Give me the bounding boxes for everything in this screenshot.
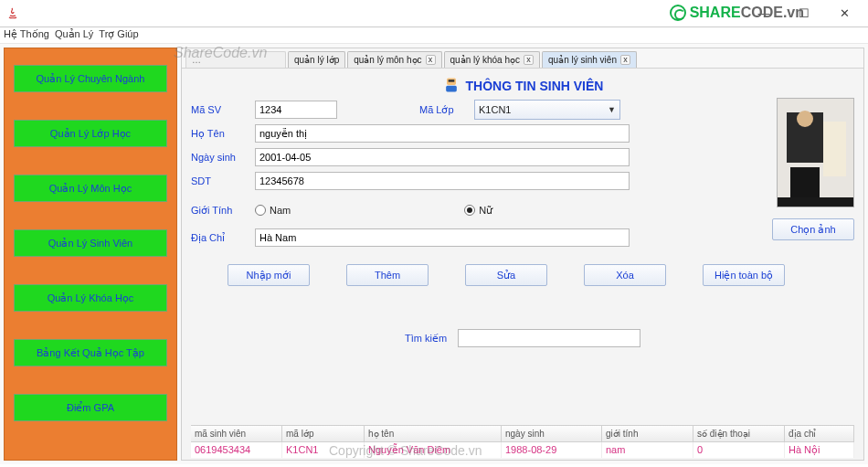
nhapmoi-button[interactable]: Nhập mới <box>228 264 310 286</box>
tab-quanlylop[interactable]: quản lý lớp <box>288 51 345 68</box>
svg-rect-1 <box>448 80 454 82</box>
tab-quanlykhoahoc[interactable]: quản lý khóa họcx <box>444 51 541 68</box>
xoa-button[interactable]: Xóa <box>584 264 666 286</box>
col-sdt[interactable]: số điện thoại <box>693 426 785 441</box>
choose-photo-button[interactable]: Chọn ảnh <box>772 218 854 240</box>
sidebar-item-diemgpa[interactable]: Điểm GPA <box>14 394 167 421</box>
panel-title-row: THÔNG TIN SINH VIÊN <box>191 74 854 98</box>
radio-icon <box>255 205 266 216</box>
them-button[interactable]: Thêm <box>346 264 429 286</box>
menu-trogiup[interactable]: Trợ Giúp <box>99 28 138 42</box>
malop-label: Mã Lớp <box>419 104 474 116</box>
watermark: ShareCode.vn <box>174 45 267 61</box>
svg-rect-2 <box>446 86 457 92</box>
masv-label: Mã SV <box>191 104 255 115</box>
student-photo <box>777 98 854 207</box>
hientoanbo-button[interactable]: Hiện toàn bộ <box>703 264 785 286</box>
table-row[interactable]: 0619453434 K1CN1 Nguyễn Văn Diêm 1988-08… <box>191 442 854 458</box>
brand-logo: SHARECODE.vn <box>670 5 804 21</box>
table-header: mã sinh viên mã lớp họ tên ngày sinh giớ… <box>191 426 854 442</box>
hoten-input[interactable] <box>255 124 630 143</box>
svg-rect-5 <box>823 122 846 176</box>
col-gioitinh[interactable]: giới tính <box>602 426 693 441</box>
svg-point-6 <box>797 111 813 127</box>
radio-icon <box>464 205 475 216</box>
tab-strip: … quản lý lớp quản lý môn họcx quản lý k… <box>182 48 863 69</box>
malop-value: K1CN1 <box>479 104 511 115</box>
tab-close-icon[interactable]: x <box>620 55 630 65</box>
ngaysinh-input[interactable] <box>255 148 630 166</box>
masv-input[interactable] <box>255 101 337 119</box>
student-icon <box>442 76 460 96</box>
col-hoten[interactable]: họ tên <box>365 426 502 441</box>
col-ngaysinh[interactable]: ngày sinh <box>502 426 602 441</box>
menu-quanly[interactable]: Quản Lý <box>55 28 93 42</box>
sidebar-item-chuyennganh[interactable]: Quản Lý Chuyên Ngành <box>14 65 167 92</box>
sidebar-item-sinhvien[interactable]: Quản Lý Sinh Viên <box>14 229 167 257</box>
sidebar-item-monhoc[interactable]: Quản Lý Môn Học <box>14 175 167 202</box>
svg-rect-7 <box>790 167 820 199</box>
panel-title: THÔNG TIN SINH VIÊN <box>466 79 604 93</box>
malop-combo[interactable]: K1CN1 ▼ <box>474 100 620 120</box>
tab-close-icon[interactable]: x <box>524 55 534 65</box>
students-table: mã sinh viên mã lớp họ tên ngày sinh giớ… <box>191 425 854 458</box>
hoten-label: Họ Tên <box>191 128 255 140</box>
window-close-button[interactable]: ✕ <box>824 4 864 24</box>
search-input[interactable] <box>458 329 640 347</box>
sidebar: Quản Lý Chuyên Ngành Quản Lý Lớp Học Quả… <box>4 48 177 461</box>
radio-nam[interactable]: Nam <box>255 205 291 216</box>
col-diachi[interactable]: địa chỉ <box>785 426 854 441</box>
col-masv[interactable]: mã sinh viên <box>191 426 282 441</box>
tab-quanlymonhoc[interactable]: quản lý môn họcx <box>347 51 441 68</box>
sdt-label: SDT <box>191 175 255 186</box>
action-row: Nhập mới Thêm Sửa Xóa Hiện toàn bộ <box>228 264 854 286</box>
java-icon <box>5 6 20 21</box>
tab-close-icon[interactable]: x <box>426 55 436 65</box>
gioitinh-label: Giới Tính <box>191 205 255 217</box>
col-malop[interactable]: mã lớp <box>282 426 365 441</box>
main-panel: … quản lý lớp quản lý môn họcx quản lý k… <box>181 48 864 461</box>
sdt-input[interactable] <box>255 172 630 190</box>
window-titlebar: SHARECODE.vn — ☐ ✕ <box>0 0 868 27</box>
svg-rect-8 <box>778 197 854 207</box>
sidebar-item-khoahoc[interactable]: Quản Lý Khóa Học <box>14 284 167 312</box>
sidebar-item-lophoc[interactable]: Quản Lý Lớp Học <box>14 120 167 147</box>
watermark: Copyright © ShareCode.vn <box>329 443 482 458</box>
chevron-down-icon: ▼ <box>608 105 616 114</box>
diachi-label: Địa Chỉ <box>191 232 255 244</box>
tab-quanlysinhvien[interactable]: quản lý sinh viênx <box>542 51 637 68</box>
search-label: Tìm kiếm <box>405 333 447 345</box>
ngaysinh-label: Ngày sinh <box>191 152 255 163</box>
radio-nu[interactable]: Nữ <box>464 205 492 217</box>
sharecode-logo-icon <box>670 5 686 21</box>
menubar: Hệ Thống Quản Lý Trợ Giúp <box>0 27 868 44</box>
menu-hethong[interactable]: Hệ Thống <box>4 28 49 42</box>
diachi-input[interactable] <box>255 228 630 247</box>
sidebar-item-bangkq[interactable]: Bảng Kết Quả Học Tập <box>14 339 167 366</box>
sua-button[interactable]: Sửa <box>465 264 547 286</box>
